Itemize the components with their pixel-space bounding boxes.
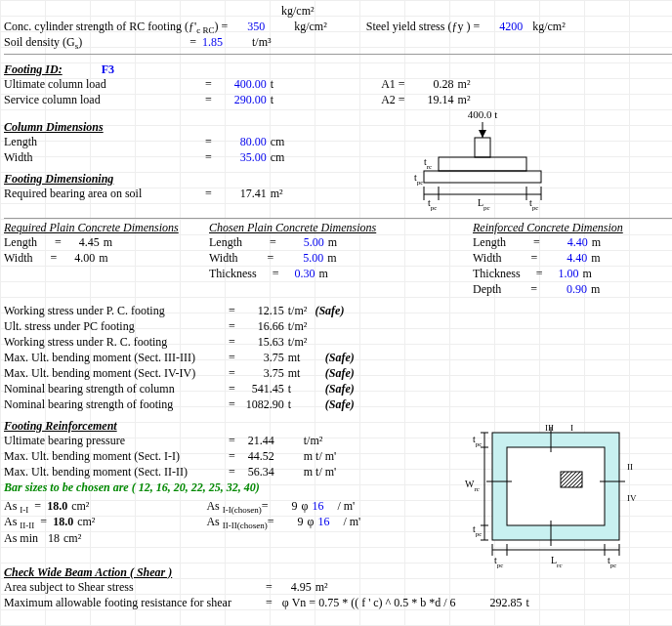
req-title: Required Plain Concrete Dimensions	[4, 221, 209, 235]
a1-unit: m²	[458, 77, 471, 92]
row-footing-id: Footing ID: F3	[4, 57, 672, 77]
svg-text:tpc: tpc	[473, 523, 482, 538]
svc-label: Service column load	[4, 93, 199, 107]
wid-label: Width	[4, 150, 199, 165]
footing-id: F3	[102, 63, 114, 77]
wid-val: 35.00	[218, 150, 267, 165]
rc-val: 350	[247, 20, 265, 34]
svg-text:Lpc: Lpc	[478, 197, 490, 212]
svg-rect-18	[507, 447, 605, 525]
svg-text:IV: IV	[627, 493, 637, 503]
shear-area-row: Area subject to Shear stress= 4.95 m²	[4, 580, 672, 596]
dimension-tables: Required Plain Concrete Dimensions Lengt…	[4, 221, 672, 298]
top-partial-row: kg/cm²	[4, 4, 672, 20]
rc-unit: kg/cm²	[294, 20, 327, 34]
steel-unit: kg/cm²	[532, 20, 566, 34]
area-val: 17.41	[218, 187, 267, 201]
soil-unit: t/m³	[252, 35, 272, 50]
footing-id-label: Footing ID:	[4, 63, 63, 77]
svg-rect-3	[439, 157, 526, 171]
stress-block: Working stress under P. C. footing=12.15…	[4, 304, 672, 413]
row-ult-load: Ultimate column load = 400.00 t A1 = 0.2…	[4, 77, 672, 93]
svg-text:II: II	[627, 462, 633, 472]
wid-unit: cm	[271, 150, 285, 165]
svg-text:tpc: tpc	[414, 172, 423, 187]
rc-label: Conc. cylinder strength of RC footing (ƒ…	[4, 20, 228, 35]
svg-rect-2	[475, 138, 490, 157]
area-unit: m²	[271, 187, 283, 201]
row-soil: Soil density (Gs) = 1.85 t/m³	[4, 35, 672, 51]
svg-text:tpc: tpc	[529, 197, 538, 212]
diag-load-text: 400.0 t	[468, 108, 498, 120]
a2-label: A2 =	[381, 93, 404, 107]
svg-text:I: I	[570, 423, 573, 433]
coldim-title: Column Dimensions	[4, 120, 356, 135]
svg-rect-19	[561, 472, 582, 487]
svg-text:Lrc: Lrc	[551, 555, 563, 569]
soil-label: Soil density (Gs)	[4, 35, 82, 51]
footing-plan-diagram: III II IV I tpc Wrc tpc tpc Lrc tpc	[453, 423, 668, 569]
len-unit: cm	[271, 135, 285, 149]
ult-val: 400.00	[218, 77, 267, 92]
a2-unit: m²	[458, 93, 471, 107]
a2-val: 19.14	[405, 93, 454, 107]
ult-label: Ultimate column load	[4, 77, 199, 92]
row-rc-strength: Conc. cylinder strength of RC footing (ƒ…	[4, 20, 672, 35]
svc-unit: t	[271, 93, 273, 107]
len-label: Length	[4, 135, 199, 149]
steel-val: 4200	[499, 20, 523, 34]
svg-text:tpc: tpc	[494, 555, 503, 569]
divider	[4, 218, 672, 219]
svg-text:Wrc: Wrc	[465, 479, 480, 493]
soil-val: 1.85	[202, 35, 223, 50]
svg-text:tpc: tpc	[428, 197, 437, 212]
a1-label: A1 =	[381, 77, 404, 92]
footdim-title: Footing Dimensioning	[4, 172, 356, 187]
divider	[4, 54, 672, 55]
svg-text:tpc: tpc	[608, 555, 616, 569]
svg-text:trc: trc	[424, 156, 432, 171]
bar-sizes: Bar sizes to be chosen are ( 12, 16, 20,…	[4, 480, 443, 495]
svg-text:tpc: tpc	[473, 434, 482, 448]
svg-rect-4	[424, 171, 541, 183]
chosen-title: Chosen Plain Concrete Dimensions	[209, 221, 414, 235]
area-label: Required bearing area on soil	[4, 187, 199, 201]
steel-label: Steel yield stress (ƒy ) =	[366, 20, 480, 34]
eq: =	[189, 35, 196, 50]
len-val: 80.00	[218, 135, 267, 149]
svg-marker-1	[479, 130, 486, 138]
a1-val: 0.28	[405, 77, 454, 92]
shear-max-row: Maximum allowable footing resistance for…	[4, 596, 672, 611]
ult-unit: t	[271, 77, 273, 92]
footing-elevation-diagram: 400.0 t trc tpc tpc Lpc tpc	[385, 108, 580, 216]
rc-title: Reinforced Concrete Dimension	[473, 221, 672, 235]
row-svc-load: Service column load = 290.00 t A2 = 19.1…	[4, 93, 672, 108]
pc-unit-partial: kg/cm²	[281, 4, 315, 19]
svc-val: 290.00	[218, 93, 267, 107]
reinf-title: Footing Reinforcement	[4, 419, 443, 434]
svg-text:III: III	[545, 423, 554, 433]
